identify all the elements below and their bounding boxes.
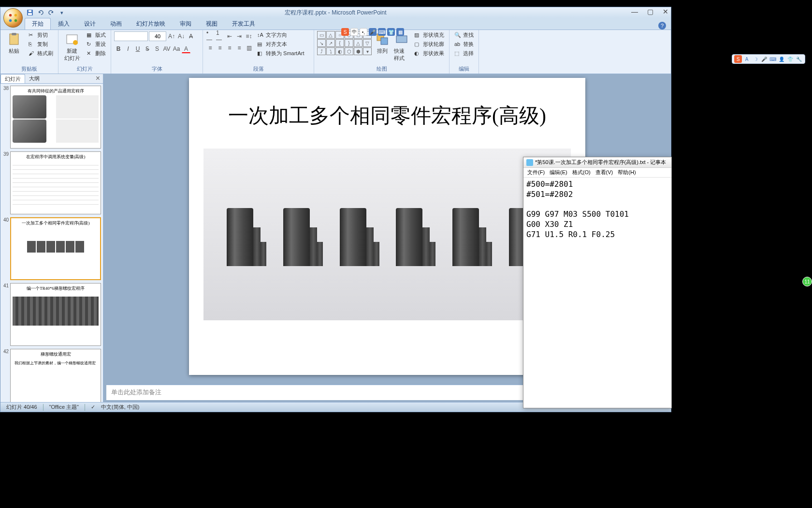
text-direction-button[interactable]: ↕A文字方向 [255,31,306,39]
office-button[interactable] [3,8,23,28]
undo-icon[interactable] [36,8,45,17]
ime-skin-icon[interactable]: 👕 [387,28,395,36]
notepad-window: *第50课.一次加工多个相同零件宏程序(高级).txt - 记事本 文件(F) … [523,157,672,408]
replace-button[interactable]: ab替换 [452,40,476,48]
find-button[interactable]: 🔍查找 [452,31,476,39]
indent-more-icon[interactable]: ⇥ [235,32,244,41]
paste-button[interactable]: 粘贴 [3,31,25,56]
tab-review[interactable]: 审阅 [173,18,199,30]
font-name-input[interactable] [114,31,148,41]
smartart-button[interactable]: ◧转换为 SmartArt [255,49,306,58]
save-icon[interactable] [26,8,34,17]
shadow-button[interactable]: S [153,45,161,53]
svg-rect-12 [381,38,388,45]
thumbnail-42[interactable]: 42 梯形螺纹通用宏我们根据上节课的素材，编一个梯形螺纹通用宏 [2,349,101,402]
align-text-button[interactable]: ▤对齐文本 [255,40,306,48]
numbering-icon[interactable]: 1— [216,32,224,41]
tab-insert[interactable]: 插入 [51,18,77,30]
qat-dropdown-icon[interactable]: ▾ [58,8,66,17]
reset-button[interactable]: ↻重设 [85,40,108,48]
notepad-menu-file[interactable]: 文件(F) [525,168,547,177]
copy-button[interactable]: ⎘复制 [27,40,55,48]
notepad-menu-format[interactable]: 格式(O) [570,168,593,177]
redo-icon[interactable] [47,8,56,17]
font-color-icon[interactable]: A [182,45,190,53]
italic-button[interactable]: I [124,45,132,53]
notepad-content[interactable]: #500=#2801 #501=#2802 G99 G97 M03 S500 T… [523,178,671,408]
tab-home[interactable]: 开始 [25,18,51,30]
group-edit-label: 编辑 [452,64,476,74]
notepad-menu-help[interactable]: 帮助(H) [616,168,638,177]
tab-design[interactable]: 设计 [77,18,103,30]
tab-animation[interactable]: 动画 [103,18,129,30]
align-left-icon[interactable]: ≡ [206,44,215,52]
thumbnail-38[interactable]: 38 有共同特征的产品通用宏程序 [2,86,101,149]
ime-punct-icon[interactable]: •, [360,28,367,36]
thumbnail-40[interactable]: 40 一次加工多个相同零件宏程序(高级) [2,217,101,280]
thumbnail-39[interactable]: 39 在宏程序中调用系统变量(高级) [2,151,101,214]
ime-float-bar[interactable]: S A ☽ 🎤 ⌨ 👤 👕 🔧 [732,54,805,64]
indent-less-icon[interactable]: ⇤ [225,32,234,41]
panel-close-icon[interactable]: × [93,74,103,83]
ime-lang-icon[interactable]: 中 [350,28,358,36]
line-spacing-icon[interactable]: ≡↕ [245,32,253,41]
ime-float-mic-icon[interactable]: 🎤 [760,55,768,63]
shape-outline-button[interactable]: ▢形状轮廓 [412,40,446,48]
ime-keyboard-icon[interactable]: ⌨ [378,28,386,36]
ribbon: 粘贴 ✂剪切 ⎘复制 🖌格式刷 剪贴板 新建 幻灯片 ▦版式 ↻重设 [0,30,671,74]
help-icon[interactable]: ? [658,22,666,30]
svg-rect-13 [396,36,407,43]
delete-button[interactable]: ✕删除 [85,49,108,58]
thumbnails-list[interactable]: 38 有共同特征的产品通用宏程序 39 在宏程序中调用系统变量(高级) 40 一… [0,84,103,402]
char-spacing-icon[interactable]: AV [162,45,171,53]
format-painter-button[interactable]: 🖌格式刷 [27,49,55,58]
justify-icon[interactable]: ≡ [235,44,244,52]
clear-format-icon[interactable]: A̶ [187,32,195,41]
spellcheck-icon[interactable]: ✓ [89,404,97,410]
cut-button[interactable]: ✂剪切 [27,31,55,39]
bullets-icon[interactable]: •— [206,32,215,41]
case-button[interactable]: Aa [172,45,181,53]
tab-view[interactable]: 视图 [199,18,225,30]
underline-button[interactable]: U [133,45,142,53]
tab-slideshow[interactable]: 幻灯片放映 [129,18,173,30]
minimize-button[interactable]: — [631,8,638,15]
align-right-icon[interactable]: ≡ [225,44,234,52]
notepad-title-bar[interactable]: *第50课.一次加工多个相同零件宏程序(高级).txt - 记事本 [523,157,671,168]
panel-tabs: 幻灯片 大纲 × [0,74,103,84]
font-size-input[interactable] [149,31,166,41]
status-language[interactable]: 中文(简体, 中国) [99,403,141,411]
sogou-icon[interactable]: S [341,28,349,36]
ime-float-a-icon[interactable]: A [743,55,751,63]
panel-tab-slides[interactable]: 幻灯片 [0,74,25,83]
align-center-icon[interactable]: ≡ [216,44,224,52]
notepad-menu-view[interactable]: 查看(V) [594,168,615,177]
strike-button[interactable]: S̶ [143,45,152,53]
ime-float-moon-icon[interactable]: ☽ [752,55,759,63]
bold-button[interactable]: B [114,45,123,53]
columns-icon[interactable]: ▥ [245,44,253,52]
tab-developer[interactable]: 开发工具 [225,18,262,30]
ime-mic-icon[interactable]: 🎤 [369,28,377,36]
notification-badge[interactable]: 11 [802,277,812,286]
ime-float-skin-icon[interactable]: 👕 [786,55,794,63]
thumbnail-41[interactable]: 41 编一个TR40*6梯形螺纹宏程序 [2,283,101,346]
sogou-float-icon[interactable]: S [734,55,742,63]
svg-point-10 [73,40,78,45]
select-button[interactable]: ⬚选择 [452,49,476,58]
panel-tab-outline[interactable]: 大纲 [25,74,44,83]
grow-font-icon[interactable]: A↑ [167,32,176,41]
ime-float-person-icon[interactable]: 👤 [778,55,785,63]
ime-float-wrench-icon[interactable]: 🔧 [795,55,803,63]
maximize-button[interactable]: ▢ [647,8,653,15]
shape-effects-button[interactable]: ◐形状效果 [412,49,446,58]
close-button[interactable]: ✕ [662,8,669,15]
layout-button[interactable]: ▦版式 [85,31,108,39]
new-slide-button[interactable]: 新建 幻灯片 [61,31,83,63]
shrink-font-icon[interactable]: A↓ [177,32,186,41]
ime-menu-icon[interactable]: ▦ [396,28,404,36]
shape-fill-button[interactable]: ▨形状填充 [412,31,446,39]
ribbon-tabs: 开始 插入 设计 动画 幻灯片放映 审阅 视图 开发工具 ? [0,18,671,30]
notepad-menu-edit[interactable]: 编辑(E) [548,168,569,177]
ime-float-kbd-icon[interactable]: ⌨ [769,55,777,63]
